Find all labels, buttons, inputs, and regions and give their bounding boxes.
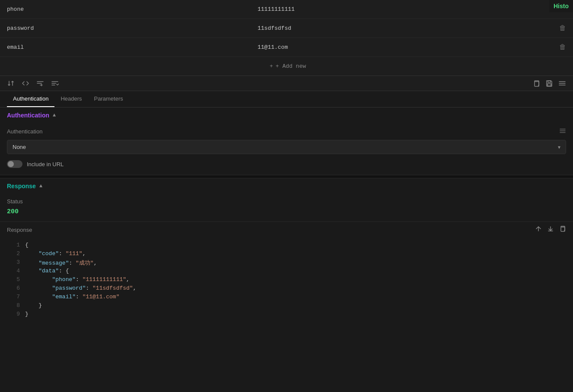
- section-separator: [0, 175, 573, 178]
- tabs-bar: Authentication Headers Parameters: [0, 91, 573, 107]
- svg-rect-2: [548, 84, 551, 86]
- code-line-1: 1 {: [0, 241, 573, 250]
- authentication-section: Authentication ▲ Authentication None ▾ I…: [0, 107, 573, 175]
- field-actions-email: 🗑: [549, 43, 566, 51]
- code-line-3: 3 "message": "成功",: [0, 259, 573, 267]
- authentication-label-text: Authentication: [7, 128, 42, 135]
- field-key-password: password: [7, 25, 258, 32]
- line-content-8: }: [25, 302, 42, 309]
- code-line-7: 7 "email": "11@11.com": [0, 293, 573, 302]
- authentication-section-title: Authentication: [7, 112, 49, 119]
- history-label: Histo: [549, 0, 573, 12]
- response-collapse-chevron: ▲: [39, 183, 42, 189]
- response-label-row: Response: [0, 221, 573, 238]
- field-actions-password: 🗑: [549, 24, 566, 32]
- line-num-3: 3: [7, 259, 20, 266]
- copy-button[interactable]: [532, 79, 540, 87]
- response-actions: [535, 225, 566, 234]
- tab-headers[interactable]: Headers: [54, 91, 88, 107]
- line-content-7: "email": "11@11.com": [25, 294, 119, 300]
- line-content-5: "phone": "11111111111",: [25, 276, 130, 283]
- field-key-email: email: [7, 44, 258, 51]
- field-row-phone: phone 11111111111 🗑: [0, 0, 573, 19]
- add-new-plus-icon: +: [270, 63, 273, 70]
- line-num-5: 5: [7, 276, 20, 283]
- field-key-phone: phone: [7, 6, 258, 13]
- response-section-header[interactable]: Response ▲: [0, 178, 573, 194]
- response-label: Response: [7, 227, 32, 233]
- line-num-2: 2: [7, 250, 20, 257]
- line-content-4: "data": {: [25, 268, 69, 274]
- chevron-down-icon: ▾: [558, 144, 560, 150]
- toolbar-right: [532, 79, 566, 87]
- svg-rect-1: [548, 81, 551, 82]
- authentication-collapse-chevron: ▲: [53, 112, 56, 118]
- add-new-button[interactable]: + + Add new: [0, 57, 573, 76]
- line-content-9: }: [25, 311, 29, 317]
- delete-icon-password[interactable]: 🗑: [559, 24, 566, 32]
- field-row-email: email 11@11.com 🗑: [0, 38, 573, 57]
- expand-icon[interactable]: [535, 225, 542, 234]
- add-line-button[interactable]: [36, 79, 44, 87]
- code-line-4: 4 "data": {: [0, 267, 573, 276]
- code-line-6: 6 "password": "11sdfsdfsd",: [0, 285, 573, 293]
- auth-type-value: None: [13, 144, 26, 150]
- line-content-1: {: [25, 242, 29, 248]
- authentication-menu-icon[interactable]: [559, 127, 566, 136]
- save-button[interactable]: [545, 79, 553, 87]
- download-icon[interactable]: [547, 225, 554, 234]
- code-line-9: 9 }: [0, 310, 573, 319]
- line-num-1: 1: [7, 242, 20, 248]
- field-row-password: password 11sdfsdfsd 🗑: [0, 19, 573, 38]
- check-lines-button[interactable]: [51, 79, 59, 87]
- copy-response-icon[interactable]: [559, 225, 566, 234]
- sort-button[interactable]: [7, 79, 15, 87]
- line-num-6: 6: [7, 285, 20, 291]
- tab-authentication[interactable]: Authentication: [7, 91, 54, 107]
- form-fields-section: phone 11111111111 🗑 password 11sdfsdfsd …: [0, 0, 573, 76]
- code-line-8: 8 }: [0, 302, 573, 310]
- code-button[interactable]: [22, 79, 29, 87]
- tab-parameters[interactable]: Parameters: [88, 91, 129, 107]
- authentication-label-row: Authentication: [7, 123, 566, 140]
- auth-type-dropdown[interactable]: None ▾: [7, 140, 566, 154]
- authentication-section-header[interactable]: Authentication ▲: [0, 107, 573, 123]
- add-new-label: + Add new: [276, 63, 306, 70]
- line-content-2: "code": "111",: [25, 250, 86, 257]
- code-line-2: 2 "code": "111",: [0, 250, 573, 259]
- line-content-6: "password": "11sdfsdfsd",: [25, 285, 136, 291]
- line-num-4: 4: [7, 268, 20, 274]
- menu-button[interactable]: [558, 79, 566, 87]
- delete-icon-email[interactable]: 🗑: [559, 43, 566, 51]
- field-value-phone: 11111111111: [258, 6, 549, 13]
- line-num-7: 7: [7, 294, 20, 300]
- status-label: Status: [0, 194, 573, 206]
- line-num-9: 9: [7, 311, 20, 317]
- authentication-section-content: Authentication None ▾ Include in URL: [0, 123, 573, 175]
- response-section: Response ▲ Status 200 Response: [0, 178, 573, 322]
- line-content-3: "message": "成功",: [25, 259, 97, 267]
- field-value-password: 11sdfsdfsd: [258, 25, 549, 32]
- response-code-block: 1 { 2 "code": "111", 3 "message": "成功", …: [0, 238, 573, 322]
- toolbar-left: [7, 79, 59, 87]
- status-value: 200: [0, 206, 573, 221]
- line-num-8: 8: [7, 302, 20, 309]
- code-line-5: 5 "phone": "11111111111",: [0, 276, 573, 285]
- response-section-title: Response: [7, 183, 36, 190]
- include-url-row: Include in URL: [7, 160, 566, 168]
- field-value-email: 11@11.com: [258, 44, 549, 51]
- include-url-label: Include in URL: [27, 161, 64, 168]
- toggle-knob: [8, 161, 14, 167]
- include-url-toggle[interactable]: [7, 160, 22, 168]
- toolbar: [0, 76, 573, 91]
